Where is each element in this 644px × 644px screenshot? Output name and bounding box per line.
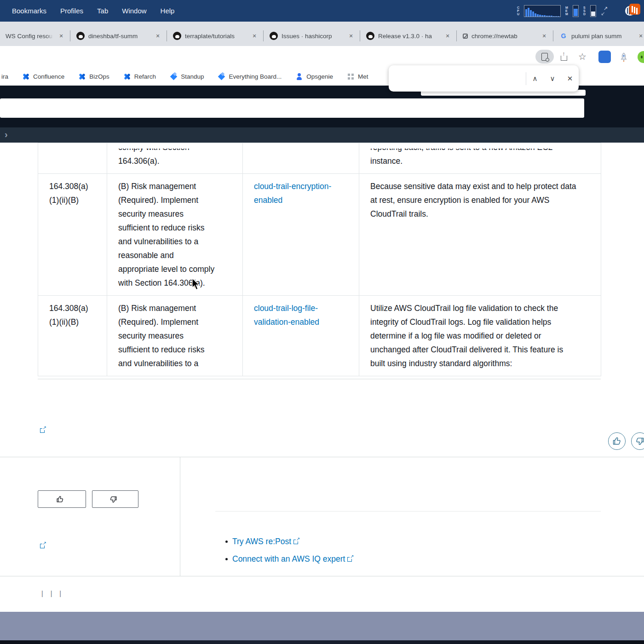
help-link[interactable]: Try AWS re:Post xyxy=(232,537,298,546)
menubar-item[interactable]: Window xyxy=(122,7,146,15)
tab-close-icon[interactable] xyxy=(540,32,548,40)
control-description-cell: comply with Section 164.306(a). xyxy=(107,143,243,174)
tab-title: Release v1.3.0 · ha xyxy=(378,33,440,40)
page-thumbs-up-button[interactable] xyxy=(608,432,626,450)
bookmark-item[interactable]: Refarch xyxy=(123,73,156,80)
bookmark-label: Met xyxy=(358,73,368,80)
config-rule-link[interactable]: cloud-trail-log-file-validation-enabled xyxy=(254,304,319,327)
rocket-extension-icon[interactable] xyxy=(617,51,630,64)
tab-close-icon[interactable] xyxy=(347,32,355,40)
feedback-no-button[interactable] xyxy=(92,490,138,508)
browser-tab[interactable]: Release v1.3.0 · ha xyxy=(360,26,456,46)
bookmark-item[interactable]: BizOps xyxy=(78,73,109,80)
find-next-icon[interactable] xyxy=(544,70,561,87)
browser-tab[interactable]: terraplate/tutorials xyxy=(167,26,263,46)
bookmark-item[interactable]: Confluence xyxy=(22,73,64,80)
control-description-cell: (B) Risk management (Required). Implemen… xyxy=(107,296,243,376)
bookmark-label: Refarch xyxy=(134,73,156,80)
section-divider xyxy=(38,379,601,380)
previous-topic-row xyxy=(214,488,216,497)
share-icon[interactable] xyxy=(558,50,570,63)
bookmark-label: Opsgenie xyxy=(306,73,333,80)
bookmark-label: Standup xyxy=(181,73,204,80)
browser-tab[interactable]: pulumi plan summ xyxy=(553,26,644,46)
tab-close-icon[interactable] xyxy=(57,32,65,40)
help-link[interactable]: Connect with an AWS IQ expert xyxy=(232,554,352,564)
page-thumbs-down-button[interactable] xyxy=(631,432,644,450)
tab-close-icon[interactable] xyxy=(154,32,162,40)
help-link-row: Connect with an AWS IQ expert xyxy=(225,553,352,565)
guidance-cell: reporting back, traffic is sent to a new… xyxy=(359,143,601,174)
control-id: 164.308(a)​(1)(ii)(B) xyxy=(49,179,96,207)
bookmark-label: Confluence xyxy=(33,73,64,80)
browser-tab[interactable]: dineshba/tf-summ xyxy=(70,26,167,46)
bookmark-item[interactable]: ira xyxy=(1,73,8,80)
feedback-band: Try AWS re:Post Connect with an AWS IQ e… xyxy=(0,457,644,576)
menubar-item[interactable]: Profiles xyxy=(60,7,83,15)
menubar-item[interactable]: Help xyxy=(161,7,175,15)
bookmark-icon xyxy=(123,73,131,80)
doc-magnifier-glyph xyxy=(541,53,548,61)
bookmark-item[interactable]: Met xyxy=(347,73,368,80)
mem-meter[interactable] xyxy=(573,5,579,17)
network-arrows-icon xyxy=(601,6,608,16)
share-glyph xyxy=(561,56,567,61)
control-id-cell xyxy=(38,143,107,174)
chevron-right-icon[interactable]: › xyxy=(5,129,8,140)
docs-header xyxy=(0,86,644,127)
browser-tab[interactable]: Issues · hashicorp xyxy=(263,26,360,46)
control-description: (B) Risk management (Required). Implemen… xyxy=(118,179,217,290)
find-in-page-icon[interactable] xyxy=(535,50,554,63)
bookmark-icon xyxy=(170,73,178,80)
tab-favicon xyxy=(559,32,568,40)
tab-close-icon[interactable] xyxy=(637,32,644,40)
bookmark-item[interactable]: Standup xyxy=(170,73,204,80)
tab-close-icon[interactable] xyxy=(443,32,452,40)
bookmark-label: BizOps xyxy=(89,73,109,80)
browser-tabstrip: WS Config resou dineshba/tf-summ terrapl… xyxy=(0,22,644,46)
find-previous-icon[interactable] xyxy=(526,70,544,87)
table-row: 164.308(a)​(1)(ii)(B) (B) Risk managemen… xyxy=(38,174,601,296)
extension-b-icon[interactable] xyxy=(598,51,611,63)
cpu-meter[interactable] xyxy=(524,5,561,17)
control-description: comply with Section 164.306(a). xyxy=(118,149,217,168)
guidance-text: Utilize AWS CloudTrail log file validati… xyxy=(370,301,579,370)
thumbs-down-icon xyxy=(109,495,117,503)
bookmark-star-icon[interactable] xyxy=(576,50,589,63)
thumbs-up-icon xyxy=(612,437,621,446)
docs-search-input[interactable] xyxy=(0,98,584,118)
bookmark-item[interactable]: Everything Board... xyxy=(218,73,282,80)
tab-favicon xyxy=(76,32,85,40)
config-rule-link[interactable]: cloud-trail-encryption-enabled xyxy=(254,182,331,205)
bookmark-item[interactable]: Opsgenie xyxy=(295,73,333,80)
external-link-icon xyxy=(40,428,45,433)
help-link-row: Try AWS re:Post xyxy=(225,535,352,547)
mouse-cursor xyxy=(191,278,201,293)
edit-on-github-link[interactable] xyxy=(38,541,45,551)
ssd-meter[interactable] xyxy=(590,5,596,17)
template-paragraph xyxy=(38,426,45,435)
alien-extension-icon[interactable] xyxy=(638,51,644,63)
tab-title: dineshba/tf-summ xyxy=(88,33,150,40)
hipaa-template-link[interactable] xyxy=(38,426,45,435)
find-close-icon[interactable] xyxy=(561,70,579,87)
menubar-item[interactable]: Tab xyxy=(97,7,108,15)
help-divider xyxy=(215,511,601,512)
page-footer: ||| xyxy=(38,590,65,597)
browser-tab[interactable]: chrome://newtab xyxy=(456,26,553,46)
config-rule-cell xyxy=(243,143,359,174)
external-link-icon xyxy=(347,557,352,562)
tab-close-icon[interactable] xyxy=(250,32,259,40)
tab-title: pulumi plan summ xyxy=(571,33,633,40)
config-rules-table: comply with Section 164.306(a). reportin… xyxy=(38,143,601,376)
mem-label: MEM xyxy=(565,6,568,16)
browser-tab[interactable]: WS Config resou xyxy=(0,26,70,46)
table-row: 164.308(a)​(1)(ii)(B) (B) Risk managemen… xyxy=(38,296,601,376)
orange-bars-bookmark-icon[interactable] xyxy=(629,4,640,15)
tab-favicon xyxy=(463,34,468,39)
thumbs-up-icon xyxy=(56,495,64,503)
feedback-yes-button[interactable] xyxy=(38,490,86,508)
menubar-item[interactable]: Bookmarks xyxy=(12,7,46,15)
find-bar xyxy=(389,65,579,92)
bookmark-icon xyxy=(218,73,225,80)
